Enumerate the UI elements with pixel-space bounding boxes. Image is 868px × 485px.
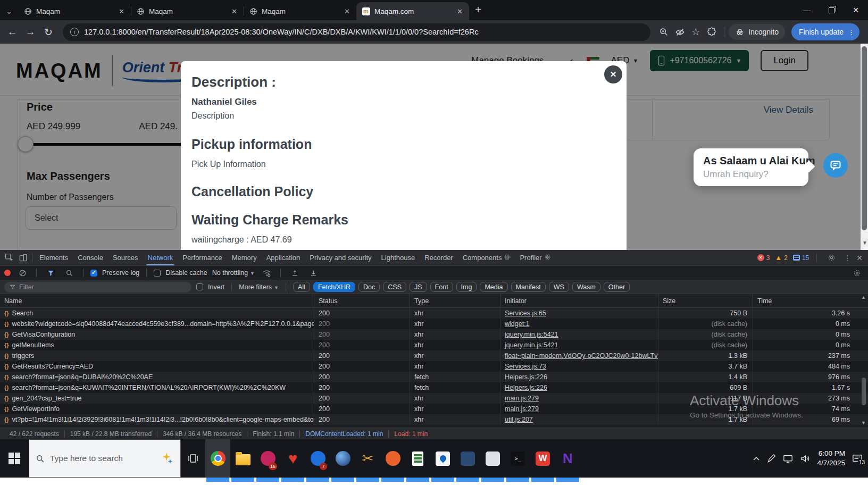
filter-pill-font[interactable]: Font [430, 282, 453, 292]
network-search-icon[interactable] [62, 266, 76, 280]
filter-pill-js[interactable]: JS [410, 282, 427, 292]
taskbar-app-app-pink-circle[interactable]: 16 [255, 439, 280, 478]
initiator-link[interactable]: Helpers.js:226 [505, 373, 547, 381]
initiator-link[interactable]: main.js:279 [505, 395, 539, 402]
extensions-icon[interactable] [704, 24, 720, 40]
initiator-link[interactable]: main.js:279 [505, 405, 539, 413]
taskbar-app-app-window-blue[interactable] [455, 439, 480, 478]
tab-close-icon[interactable]: ✕ [230, 7, 238, 15]
request-name-cell[interactable]: {}search?format=json&q=KUWAIT%20INTERNAT… [0, 382, 314, 393]
devtools-tab-privacy-and-security[interactable]: Privacy and security [305, 250, 376, 265]
request-name-cell[interactable]: {}GetViewportInfo [0, 404, 314, 414]
tray-expand-icon[interactable] [753, 456, 760, 461]
search-highlights-icon[interactable] [160, 451, 174, 465]
devtools-scrollbar-thumb[interactable] [862, 378, 866, 405]
devtools-tab-profiler[interactable]: Profiler [515, 250, 555, 265]
tab-close-icon[interactable]: ✕ [343, 7, 351, 15]
devtools-close-icon[interactable]: ✕ [856, 254, 863, 262]
request-name-cell[interactable]: {}search?format=json&q=DUBAI%20%2C%20AE [0, 372, 314, 382]
address-bar[interactable]: i 127.0.0.1:8000/en/TransferResult/18Apr… [63, 23, 650, 41]
column-header-initiator[interactable]: Initiator [500, 294, 658, 307]
initiator-link[interactable]: Services.js:73 [505, 363, 546, 370]
taskbar-search[interactable]: Type here to search [29, 439, 181, 478]
taskbar-app-app-window-white[interactable] [480, 439, 505, 478]
modal-close-button[interactable]: ✕ [604, 65, 622, 83]
preserve-log-checkbox[interactable] [90, 270, 97, 277]
throttling-dropdown[interactable]: No throttling▼ [212, 269, 255, 277]
back-icon[interactable]: ← [3, 23, 21, 41]
filter-funnel-icon[interactable] [44, 266, 57, 280]
network-request-row[interactable]: {}Search200xhrServices.js:65750 B3.26 s [0, 308, 868, 319]
network-request-row[interactable]: {}GetViewportInfo200xhrmain.js:2791.7 kB… [0, 404, 868, 414]
devtools-scrollbar[interactable]: ▲ ▼ [861, 295, 867, 425]
taskbar-app-file-explorer[interactable] [230, 439, 255, 478]
pen-icon[interactable] [767, 454, 776, 463]
filter-pill-css[interactable]: CSS [383, 282, 406, 292]
browser-tab[interactable]: Maqam✕ [18, 2, 131, 20]
action-center-button[interactable]: 13 [852, 454, 863, 463]
devtools-tab-components[interactable]: Components [458, 250, 515, 265]
devtools-tab-performance[interactable]: Performance [178, 250, 227, 265]
error-badge[interactable]: ✕3 [757, 254, 770, 262]
taskbar-app-app-red-heart[interactable]: ♥ [280, 439, 305, 478]
taskbar-app-app-globe[interactable] [330, 439, 355, 478]
more-filters-dropdown[interactable]: More filters▼ [239, 283, 279, 291]
devtools-tab-elements[interactable]: Elements [35, 250, 73, 265]
taskbar-app-terminal[interactable]: >_ [505, 439, 530, 478]
devtools-tab-memory[interactable]: Memory [227, 250, 262, 265]
record-icon[interactable] [4, 270, 11, 276]
inspect-element-icon[interactable] [2, 251, 16, 265]
har-export-icon[interactable] [288, 266, 302, 280]
device-toolbar-icon[interactable] [16, 251, 30, 265]
devtools-menu-icon[interactable]: ⋮ [844, 254, 851, 262]
task-view-button[interactable] [181, 439, 205, 478]
taskbar-app-app-orange-circle[interactable] [380, 439, 405, 478]
network-conditions-icon[interactable] [260, 266, 273, 280]
scrollbar-up-icon[interactable]: ▲ [861, 295, 866, 300]
devtools-tab-application[interactable]: Application [262, 250, 305, 265]
page-scrollbar[interactable]: ▼ [861, 44, 868, 250]
taskbar-app-app-blue-circle[interactable]: 7 [305, 439, 330, 478]
filter-pill-img[interactable]: Img [456, 282, 477, 292]
filter-pill-other[interactable]: Other [604, 282, 630, 292]
network-settings-icon[interactable] [850, 266, 864, 280]
reload-icon[interactable]: ↻ [39, 23, 57, 41]
new-tab-button[interactable]: + [469, 4, 487, 17]
devtools-settings-icon[interactable] [824, 251, 838, 265]
devtools-tab-recorder[interactable]: Recorder [420, 250, 457, 265]
network-request-row[interactable]: {}GetResults?Currency=AED200xhrServices.… [0, 361, 868, 372]
network-request-row[interactable]: {}search?format=json&q=DUBAI%20%2C%20AE2… [0, 372, 868, 382]
initiator-link[interactable]: widget:1 [505, 320, 530, 328]
site-info-icon[interactable]: i [70, 28, 79, 36]
disable-cache-checkbox[interactable] [154, 270, 161, 277]
scrollbar-down-icon[interactable]: ▼ [862, 240, 867, 246]
initiator-link[interactable]: Services.js:65 [505, 310, 546, 317]
request-name-cell[interactable]: {}Search [0, 308, 314, 319]
request-name-cell[interactable]: {}GetVisaConfiguration [0, 329, 314, 340]
tab-close-icon[interactable]: ✕ [118, 7, 126, 15]
har-import-icon[interactable] [306, 266, 320, 280]
taskbar-app-app-map-pin[interactable] [430, 439, 455, 478]
display-icon[interactable] [783, 454, 793, 463]
initiator-link[interactable]: util.js:207 [505, 416, 533, 423]
initiator-link[interactable]: jquery.min.js:5421 [505, 341, 558, 349]
taskbar-clock[interactable]: 6:00 PM 4/7/2025 [817, 449, 845, 467]
devtools-tab-console[interactable]: Console [73, 250, 108, 265]
zoom-icon[interactable] [656, 24, 672, 40]
request-name-cell[interactable]: {}GetResults?Currency=AED [0, 361, 314, 372]
request-name-cell[interactable]: {}vt?pb=!1m4!1m3!1i14!2i3929!3i6081!1m4!… [0, 414, 314, 425]
initiator-link[interactable]: Helpers.js:226 [505, 384, 547, 391]
filter-pill-media[interactable]: Media [480, 282, 507, 292]
tab-search-icon[interactable]: ⌄ [0, 5, 18, 15]
network-request-row[interactable]: {}getMenuItems200xhrjquery.min.js:5421(d… [0, 340, 868, 350]
eye-off-icon[interactable] [672, 24, 688, 40]
page-scrollbar-thumb[interactable] [862, 46, 867, 230]
network-request-row[interactable]: {}triggers200xhrfloat~plain~modern.VdOOy… [0, 350, 868, 361]
filter-pill-all[interactable]: All [293, 282, 310, 292]
network-request-row[interactable]: {}vt?pb=!1m4!1m3!1i14!2i3929!3i6081!1m4!… [0, 414, 868, 425]
issues-badge[interactable]: 15 [793, 254, 809, 262]
restore-button[interactable] [819, 0, 844, 20]
chat-launcher-button[interactable] [823, 153, 848, 178]
column-header-type[interactable]: Type [410, 294, 500, 307]
network-request-row[interactable]: {}website?widgetcode=siq040088d474eacced… [0, 319, 868, 329]
